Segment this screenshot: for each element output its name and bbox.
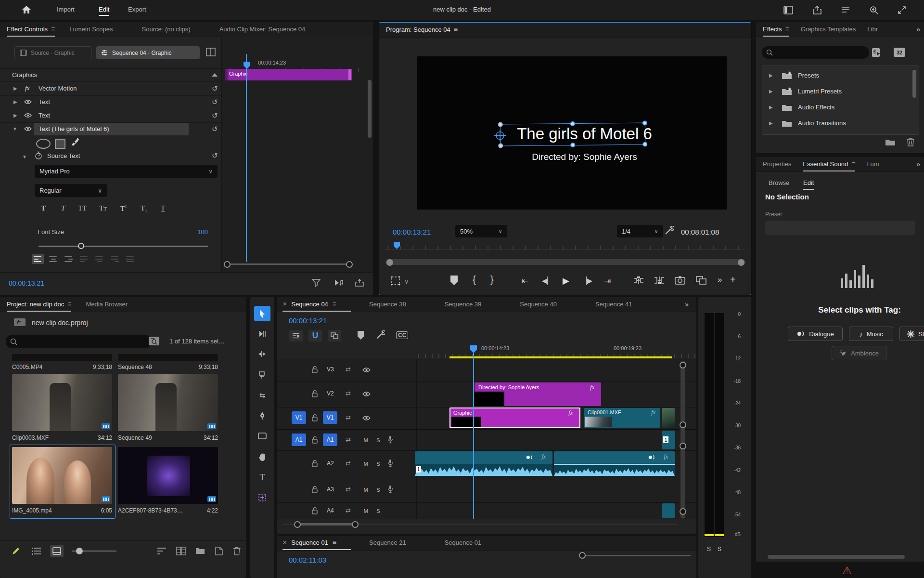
edit-pencil-icon[interactable] bbox=[12, 547, 20, 555]
search-bins-icon[interactable] bbox=[148, 336, 160, 346]
reset-icon[interactable]: ↺ bbox=[212, 125, 218, 133]
play-audio-icon[interactable] bbox=[334, 279, 344, 287]
sort-icon[interactable] bbox=[157, 547, 167, 555]
lock-icon[interactable] bbox=[311, 390, 318, 397]
automate-sequence-icon[interactable] bbox=[176, 547, 186, 555]
solo-left-button[interactable]: S bbox=[707, 546, 711, 552]
mute-button[interactable]: M bbox=[361, 436, 370, 445]
underline-button[interactable]: T bbox=[161, 204, 165, 212]
new-item-icon[interactable] bbox=[215, 547, 223, 555]
folder-item-lumetri-presets[interactable]: ▶ Lumetri Presets bbox=[762, 84, 919, 100]
justify-last-center-button[interactable] bbox=[93, 254, 106, 264]
tag-music-button[interactable]: ♪ Music bbox=[849, 327, 893, 341]
32bit-color-icon[interactable]: 32 bbox=[894, 48, 905, 57]
type-tool[interactable]: T bbox=[254, 470, 270, 485]
program-seek-ruler[interactable] bbox=[385, 244, 745, 250]
tab-source-monitor[interactable]: Source: (no clips) bbox=[142, 22, 191, 37]
subscript-button[interactable]: T1 bbox=[141, 204, 147, 213]
step-forward-icon[interactable]: ▕▶ bbox=[581, 276, 592, 285]
font-size-value[interactable]: 100 bbox=[189, 228, 208, 236]
rectangle-tool[interactable] bbox=[254, 428, 270, 444]
chevron-down-icon[interactable]: ▼ bbox=[13, 126, 17, 131]
justify-last-left-button[interactable] bbox=[78, 254, 90, 264]
align-left-button[interactable] bbox=[32, 254, 44, 264]
ec-scrollbar[interactable] bbox=[368, 80, 372, 138]
zoom-handle-right[interactable] bbox=[352, 521, 359, 528]
tab-overflow-icon[interactable]: » bbox=[685, 301, 689, 308]
reset-icon[interactable]: ↺ bbox=[212, 84, 218, 93]
tab-overflow-icon[interactable]: » bbox=[916, 160, 920, 168]
clip-graphic-selected[interactable]: Graphic fx bbox=[449, 407, 580, 428]
track-header-a3[interactable]: A3 ⇄ M S bbox=[277, 477, 416, 502]
clip-small-a4[interactable] bbox=[662, 503, 675, 518]
solo-button[interactable]: S bbox=[374, 460, 383, 468]
warning-icon[interactable]: ⚠ bbox=[842, 565, 852, 577]
panel-menu-icon[interactable]: ≡ bbox=[851, 160, 855, 168]
nest-indicator-icon[interactable] bbox=[289, 330, 303, 342]
effects-search-box[interactable] bbox=[762, 46, 869, 59]
zoom-handle-right[interactable] bbox=[738, 259, 744, 266]
clip-label-row[interactable]: A2CEF807-8B73-4B73…4:22 bbox=[118, 507, 218, 514]
go-to-out-icon[interactable]: ⇥ bbox=[604, 276, 611, 286]
work-area-bar[interactable] bbox=[449, 356, 672, 358]
tab-program[interactable]: Program: Sequence 04≡ bbox=[386, 23, 458, 37]
icon-view-icon[interactable] bbox=[50, 545, 64, 557]
comparison-view-icon[interactable] bbox=[696, 276, 706, 285]
transform-tool[interactable] bbox=[254, 490, 270, 505]
reset-icon[interactable]: ↺ bbox=[212, 151, 218, 160]
align-right-button[interactable] bbox=[63, 254, 75, 264]
panel-menu-icon[interactable]: ≡ bbox=[454, 26, 458, 33]
lock-icon[interactable] bbox=[311, 486, 318, 493]
ec-playhead-marker[interactable] bbox=[244, 62, 250, 69]
clip-thumbnail[interactable] bbox=[118, 374, 218, 431]
tab-sequence-39[interactable]: Sequence 39 bbox=[425, 297, 501, 312]
pen-tool[interactable] bbox=[254, 408, 270, 423]
lock-icon[interactable] bbox=[311, 366, 318, 373]
folder-item-audio-effects[interactable]: ▶ Audio Effects bbox=[762, 100, 919, 116]
sync-lock-icon[interactable]: ⇄ bbox=[346, 460, 351, 467]
tab-sequence-01b[interactable]: Sequence 01 bbox=[425, 536, 501, 550]
tab-overflow-icon[interactable]: » bbox=[916, 26, 920, 33]
lock-icon[interactable] bbox=[311, 460, 318, 467]
solo-right-button[interactable]: S bbox=[718, 546, 721, 552]
chevron-right-icon[interactable]: ▶ bbox=[13, 86, 17, 91]
tab-sequence-21[interactable]: Sequence 21 bbox=[351, 536, 425, 550]
timeline-timecode[interactable]: 00:00:13:21 bbox=[289, 316, 327, 325]
stopwatch-icon[interactable] bbox=[35, 151, 42, 160]
clip-label-row[interactable]: C0005.MP49;33;18 bbox=[12, 364, 112, 370]
split-view-icon[interactable] bbox=[206, 48, 216, 56]
workspaces-icon[interactable] bbox=[841, 6, 850, 14]
clip-label-row[interactable]: Sequence 489;33;18 bbox=[118, 364, 218, 370]
export-icon[interactable] bbox=[355, 279, 364, 287]
audio-clip-2[interactable]: fx bbox=[554, 451, 675, 476]
add-marker-icon[interactable] bbox=[358, 331, 364, 340]
settings-wrench-icon[interactable] bbox=[664, 226, 674, 236]
clip-thumbnail[interactable] bbox=[118, 447, 218, 504]
source-patch-v1[interactable]: V1 bbox=[292, 411, 306, 424]
track-header-a2[interactable]: A2 ⇄ M S bbox=[277, 450, 416, 477]
justify-last-right-button[interactable] bbox=[109, 254, 121, 264]
timeline-zoom-bar[interactable] bbox=[277, 520, 696, 529]
source-graphic-button[interactable]: Source · Graphic bbox=[14, 46, 91, 59]
clip-thumbnail[interactable] bbox=[118, 354, 218, 361]
snap-magnet-icon[interactable] bbox=[308, 330, 322, 342]
chevron-down-icon[interactable]: ∨ bbox=[404, 278, 409, 285]
effect-row-text-2[interactable]: ▶ Text ↺ bbox=[0, 109, 221, 123]
voiceover-mic-icon[interactable] bbox=[387, 435, 393, 444]
sync-lock-icon[interactable]: ⇄ bbox=[346, 486, 351, 493]
panel-menu-icon[interactable]: ≡ bbox=[333, 539, 336, 546]
zoom-handle-left[interactable] bbox=[224, 261, 231, 268]
ec-section-header[interactable]: Graphics bbox=[0, 68, 221, 82]
linked-selection-icon[interactable] bbox=[328, 330, 341, 342]
tag-dialogue-button[interactable]: Dialogue bbox=[788, 327, 843, 341]
zoom-handle-left[interactable] bbox=[294, 521, 301, 528]
eye-icon[interactable] bbox=[24, 99, 32, 105]
play-button-icon[interactable]: ▶ bbox=[563, 276, 569, 286]
chevron-right-icon[interactable]: ▶ bbox=[13, 99, 17, 105]
timeline-vertical-scrollbar[interactable] bbox=[680, 361, 685, 519]
timeline-settings-wrench-icon[interactable] bbox=[376, 330, 385, 340]
tab-audio-clip-mixer[interactable]: Audio Clip Mixer: Sequence 04 bbox=[219, 22, 306, 37]
subtab-edit[interactable]: Edit bbox=[803, 179, 814, 190]
clip-thumbnail-selected[interactable] bbox=[12, 447, 112, 504]
solo-button[interactable]: S bbox=[374, 486, 383, 494]
